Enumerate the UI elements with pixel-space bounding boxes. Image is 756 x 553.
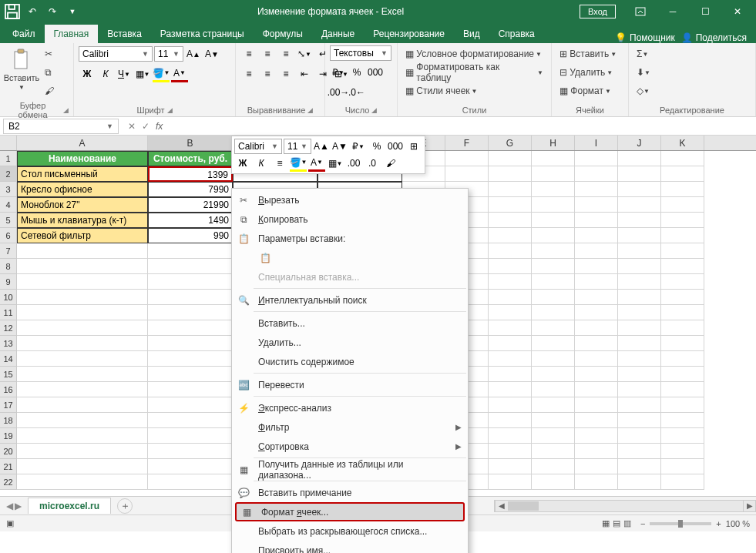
mini-format-painter-icon[interactable]: 🖌 [382, 155, 399, 172]
cell[interactable] [148, 243, 233, 259]
cell[interactable] [575, 336, 618, 351]
fill-icon[interactable]: ⬇▼ [633, 64, 654, 81]
cell[interactable] [575, 243, 618, 259]
row-header[interactable]: 4 [0, 197, 17, 213]
ctx-insert[interactable]: Вставить... [232, 313, 468, 333]
cell[interactable] [17, 305, 148, 320]
row-header[interactable]: 3 [0, 182, 17, 197]
signin-button[interactable]: Вход [580, 5, 616, 18]
cell[interactable] [489, 382, 532, 397]
cell[interactable] [17, 413, 148, 428]
ctx-filter[interactable]: Фильтр▶ [232, 417, 468, 437]
cell[interactable] [148, 428, 233, 444]
ctx-pick-from-list[interactable]: Выбрать из раскрывающегося списка... [232, 521, 468, 541]
cell[interactable] [575, 151, 618, 166]
cell[interactable] [532, 320, 575, 336]
cell[interactable] [618, 474, 661, 490]
normal-view-icon[interactable]: ▦ [602, 518, 610, 528]
record-macro-icon[interactable]: ▣ [6, 518, 14, 528]
mini-dec-dec-icon[interactable]: .0 [364, 155, 381, 172]
cell[interactable] [661, 459, 704, 474]
cell[interactable] [532, 474, 575, 490]
shrink-font-icon[interactable]: A▼ [203, 45, 220, 62]
cell[interactable] [489, 351, 532, 367]
cell[interactable] [445, 166, 489, 182]
maximize-button[interactable]: ☐ [690, 1, 721, 22]
align-middle-icon[interactable]: ≡ [259, 45, 276, 62]
cell[interactable] [575, 274, 618, 290]
ctx-get-data[interactable]: ▦Получить данные из таблицы или диапазон… [232, 460, 468, 479]
copy-icon[interactable]: ⧉ [42, 64, 57, 81]
cell[interactable] [532, 213, 575, 228]
increase-decimal-icon[interactable]: .00→ [330, 84, 347, 101]
cell[interactable]: 21990 [148, 197, 233, 213]
col-header-I[interactable]: I [575, 136, 618, 150]
cell[interactable] [532, 243, 575, 259]
row-header[interactable]: 8 [0, 259, 17, 274]
cell[interactable] [575, 413, 618, 428]
cell[interactable]: 7990 [148, 182, 233, 197]
cell[interactable] [661, 166, 704, 182]
cell[interactable] [575, 228, 618, 243]
ctx-copy[interactable]: ⧉Копировать [232, 209, 468, 229]
cell[interactable] [17, 320, 148, 336]
cell[interactable] [489, 444, 532, 459]
cell[interactable] [148, 474, 233, 490]
add-sheet-button[interactable]: ＋ [117, 498, 133, 514]
cell[interactable] [532, 351, 575, 367]
cell[interactable] [148, 305, 233, 320]
cell[interactable] [17, 474, 148, 490]
mini-italic-button[interactable]: К [253, 155, 270, 172]
row-header[interactable]: 17 [0, 397, 17, 413]
save-icon[interactable] [3, 2, 22, 21]
cell[interactable]: Моноблок 27" [17, 197, 148, 213]
grow-font-icon[interactable]: A▲ [185, 45, 202, 62]
cell[interactable] [489, 151, 532, 166]
ctx-cut[interactable]: ✂Вырезать [232, 190, 468, 209]
cell[interactable] [148, 351, 233, 367]
zoom-level[interactable]: 100 % [726, 519, 750, 528]
mini-shrink-icon[interactable]: A▼ [331, 138, 348, 155]
horizontal-scrollbar[interactable]: ◀▶ [494, 500, 756, 512]
ctx-sort[interactable]: Сортировка▶ [232, 437, 468, 456]
tab-review[interactable]: Рецензирование [364, 25, 454, 43]
cell[interactable] [148, 382, 233, 397]
tab-layout[interactable]: Разметка страницы [151, 25, 254, 43]
cell[interactable] [618, 336, 661, 351]
cell[interactable] [148, 459, 233, 474]
cell[interactable] [532, 228, 575, 243]
mini-font-combo[interactable]: Calibri▼ [234, 139, 282, 154]
cell[interactable] [618, 382, 661, 397]
tab-view[interactable]: Вид [454, 25, 489, 43]
orientation-icon[interactable]: ⤡▼ [296, 45, 313, 62]
cell[interactable] [618, 213, 661, 228]
mini-comma-icon[interactable]: 000 [387, 138, 404, 155]
cell[interactable] [532, 305, 575, 320]
currency-icon[interactable]: ₽▼ [330, 64, 347, 81]
font-size-combo[interactable]: 11▼ [154, 46, 183, 62]
cell[interactable] [618, 413, 661, 428]
fill-color-icon[interactable]: 🪣▼ [153, 65, 170, 82]
row-header[interactable]: 13 [0, 336, 17, 351]
cell[interactable] [532, 166, 575, 182]
paste-option-icon[interactable]: 📋 [258, 251, 272, 265]
cell[interactable] [618, 367, 661, 382]
number-dialog-icon[interactable]: ◢ [371, 106, 377, 114]
tab-formulas[interactable]: Формулы [254, 25, 312, 43]
cell[interactable] [17, 444, 148, 459]
cell[interactable] [618, 320, 661, 336]
percent-icon[interactable]: % [348, 64, 365, 81]
row-header[interactable]: 9 [0, 274, 17, 290]
cell[interactable] [532, 274, 575, 290]
cell[interactable] [17, 259, 148, 274]
zoom-out-icon[interactable]: − [640, 519, 645, 528]
cell[interactable] [618, 459, 661, 474]
cell[interactable] [618, 197, 661, 213]
redo-icon[interactable]: ↷ [43, 2, 62, 21]
close-button[interactable]: ✕ [722, 1, 753, 22]
cell-styles-button[interactable]: ▦ Стили ячеек▼ [402, 82, 481, 99]
cell[interactable]: Наименование [17, 151, 148, 166]
cell[interactable] [661, 413, 704, 428]
underline-button[interactable]: Ч▼ [116, 65, 133, 82]
sheet-prev-icon[interactable]: ◀ [6, 501, 13, 511]
